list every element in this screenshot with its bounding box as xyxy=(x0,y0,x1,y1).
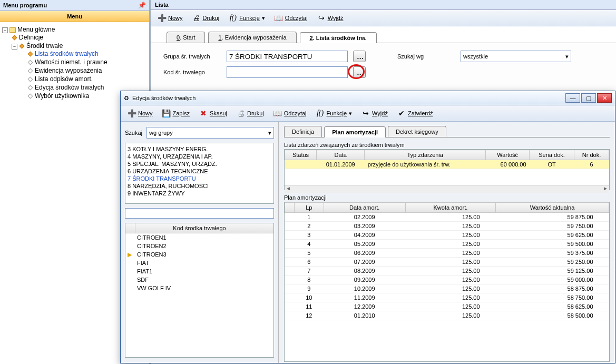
plan-row[interactable]: 607.2009125.0059 250.00 xyxy=(285,258,609,267)
code-list-header[interactable]: Kod środka trwałego xyxy=(125,223,273,233)
dlg-odczytaj-button[interactable]: 📖Odczytaj xyxy=(270,107,310,119)
diamond-icon xyxy=(28,85,33,91)
close-button[interactable]: ✕ xyxy=(597,93,612,103)
save-icon: 💾 xyxy=(162,109,171,117)
book-icon: 📖 xyxy=(275,14,283,22)
drukuj-button[interactable]: 🖨Drukuj xyxy=(189,12,223,24)
wyjdz-button[interactable]: ↪Wyjdź xyxy=(314,12,347,24)
dialog-right-pane: DefinicjaPlan amortyzacjiDekret księgowy… xyxy=(279,122,615,363)
maximize-button[interactable]: ▢ xyxy=(581,93,596,103)
events-hscroll[interactable] xyxy=(285,185,609,193)
sidebar-item[interactable]: Ewidencja wyposażenia xyxy=(27,66,147,75)
tree-node-definicje[interactable]: Definicje xyxy=(12,33,147,42)
plan-col[interactable]: Lp xyxy=(295,203,324,213)
events-col[interactable]: Typ zdarzenia xyxy=(365,150,486,160)
group-item[interactable]: 9 INWENTARZ ŻYWY xyxy=(126,190,272,197)
grupa-input[interactable] xyxy=(227,51,348,62)
sidebar-menu-header: Menu xyxy=(0,11,149,22)
events-row[interactable]: 01.01.2009przyjęcie do użytkowania śr. t… xyxy=(285,160,609,169)
tree-root[interactable]: −Menu główne Definicje −Środki trwałe Li… xyxy=(2,25,147,101)
code-item[interactable]: FIAT1 xyxy=(125,267,273,276)
group-item[interactable]: 5 SPECJAL. MASZYNY, URZĄDZ. xyxy=(126,160,272,168)
funkcje-button[interactable]: f()Funkcje▾ xyxy=(225,12,269,24)
dialog-tab[interactable]: Definicja xyxy=(284,126,322,137)
nowy-button[interactable]: ➕Nowy xyxy=(154,12,187,24)
dlg-drukuj-button[interactable]: 🖨Drukuj xyxy=(233,107,268,119)
group-item[interactable]: 4 MASZYNY, URZĄDZENIA I AP. xyxy=(126,153,272,160)
plan-col[interactable]: Wartość aktualna xyxy=(496,203,609,213)
events-grid[interactable]: StatusDataTyp zdarzeniaWartośćSeria dok.… xyxy=(284,149,610,190)
plan-row[interactable]: 405.2009125.0059 500.00 xyxy=(285,240,609,249)
sidebar-item[interactable]: Lista środków trwałych xyxy=(27,50,147,58)
group-filter-input[interactable] xyxy=(125,208,274,219)
approve-icon: ✔ xyxy=(397,109,406,117)
szukaj-combo[interactable]: wg grupy xyxy=(146,127,274,139)
szukaj-combo[interactable]: wszystkie xyxy=(461,51,571,62)
plan-col[interactable]: Kwota amort. xyxy=(405,203,495,213)
main-tab[interactable]: 1. Ewidencja wyposażenia xyxy=(208,32,296,43)
plan-row[interactable]: 102.2009125.0059 875.00 xyxy=(285,213,609,222)
events-col[interactable]: Seria dok. xyxy=(530,150,574,160)
book-icon: 📖 xyxy=(273,109,282,117)
dialog-tab[interactable]: Dekret księgowy xyxy=(388,126,446,137)
events-col[interactable]: Status xyxy=(285,150,317,160)
group-item[interactable]: 7 ŚRODKI TRANSPORTU xyxy=(126,175,272,182)
code-item[interactable]: CITROEN1 xyxy=(125,233,273,242)
main-tab[interactable]: 2. Lista środków trw. xyxy=(300,32,377,43)
group-item[interactable]: 3 KOTŁY I MASZYNY ENERG. xyxy=(126,145,272,153)
plan-row[interactable]: 1112.2009125.0058 625.00 xyxy=(285,302,609,311)
events-label: Lista zdarzeń związanych ze środkiem trw… xyxy=(284,141,610,149)
plus-icon: ➕ xyxy=(128,109,136,117)
diamond-icon xyxy=(19,44,25,49)
plan-row[interactable]: 506.2009125.0059 375.00 xyxy=(285,249,609,258)
events-col[interactable]: Wartość xyxy=(486,150,530,160)
events-col[interactable]: Nr dok. xyxy=(574,150,609,160)
code-list-body[interactable]: CITROEN1CITROEN2CITROEN3FIATFIAT1SDFVW G… xyxy=(125,233,273,357)
dialog-titlebar[interactable]: ♻Edycja środków trwałych — ▢ ✕ xyxy=(121,91,615,105)
dlg-funkcje-button[interactable]: f()Funkcje ▾ xyxy=(312,107,356,119)
plan-row[interactable]: 910.2009125.0058 875.00 xyxy=(285,284,609,293)
szukaj-label: Szukaj xyxy=(125,130,142,136)
grupa-label: Grupa śr. trwałych xyxy=(163,53,221,60)
dialog-title: Edycja środków trwałych xyxy=(132,95,195,101)
minimize-button[interactable]: — xyxy=(565,93,580,103)
dlg-zatwierdz-button[interactable]: ✔Zatwierdź xyxy=(394,107,437,119)
code-item[interactable]: CITROEN2 xyxy=(125,242,273,250)
kod-browse-button[interactable]: … xyxy=(353,66,366,78)
dialog-tab[interactable]: Plan amortyzacji xyxy=(324,126,386,137)
sidebar-item[interactable]: Lista odpisów amort. xyxy=(27,75,147,83)
dropdown-icon: ▾ xyxy=(349,110,352,117)
grupa-browse-button[interactable]: … xyxy=(353,51,366,62)
plan-col[interactable]: Data amort. xyxy=(324,203,405,213)
tree-toggle-icon[interactable]: − xyxy=(12,44,17,50)
plan-row[interactable]: 304.2009125.0059 625.00 xyxy=(285,231,609,240)
dlg-skasuj-button[interactable]: ✖Skasuj xyxy=(195,107,231,119)
events-col[interactable]: Data xyxy=(317,150,365,160)
plan-row[interactable]: 1201.2010125.0058 500.00 xyxy=(285,311,609,320)
plus-icon: ➕ xyxy=(158,14,166,22)
group-list[interactable]: 3 KOTŁY I MASZYNY ENERG.4 MASZYNY, URZĄD… xyxy=(125,143,274,204)
printer-icon: 🖨 xyxy=(237,109,245,117)
sidebar-item[interactable]: Wartości niemat. i prawne xyxy=(27,58,147,66)
dlg-zapisz-button[interactable]: 💾Zapisz xyxy=(159,107,193,119)
group-item[interactable]: 8 NARZĘDZIA, RUCHOMOŚCI xyxy=(126,182,272,190)
code-item[interactable]: VW GOLF IV xyxy=(125,284,273,292)
plan-grid[interactable]: LpData amort.Kwota amort.Wartość aktualn… xyxy=(284,202,610,362)
dlg-nowy-button[interactable]: ➕Nowy xyxy=(124,107,157,119)
szukaj-label: Szukaj wg xyxy=(397,53,455,60)
main-tab[interactable]: 0. Start xyxy=(167,32,205,43)
diamond-icon xyxy=(28,94,33,99)
code-item[interactable]: FIAT xyxy=(125,259,273,267)
plan-row[interactable]: 203.2009125.0059 750.00 xyxy=(285,222,609,231)
pin-icon[interactable]: 📌 xyxy=(138,2,146,9)
group-item[interactable]: 6 URZĄDZENIA TECHNICZNE xyxy=(126,168,272,175)
odczytaj-button[interactable]: 📖Odczytaj xyxy=(271,12,311,24)
code-item[interactable]: SDF xyxy=(125,276,273,284)
tree-toggle-icon[interactable]: − xyxy=(2,27,8,33)
dlg-wyjdz-button[interactable]: ↪Wyjdź xyxy=(358,107,392,119)
code-item[interactable]: CITROEN3 xyxy=(125,250,273,259)
plan-row[interactable]: 1011.2009125.0058 750.00 xyxy=(285,293,609,302)
plan-row[interactable]: 809.2009125.0059 000.00 xyxy=(285,276,609,284)
plan-row[interactable]: 708.2009125.0059 125.00 xyxy=(285,267,609,276)
kod-input[interactable] xyxy=(227,66,348,78)
